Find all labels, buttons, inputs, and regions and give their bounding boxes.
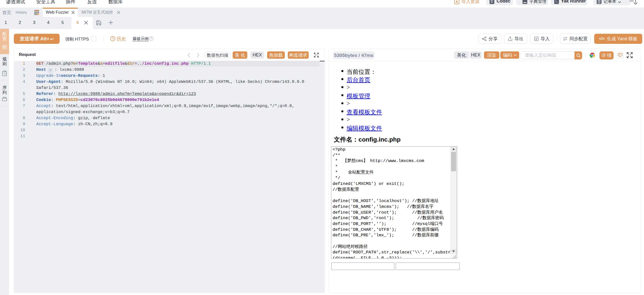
- svg-text:?: ?: [150, 37, 152, 40]
